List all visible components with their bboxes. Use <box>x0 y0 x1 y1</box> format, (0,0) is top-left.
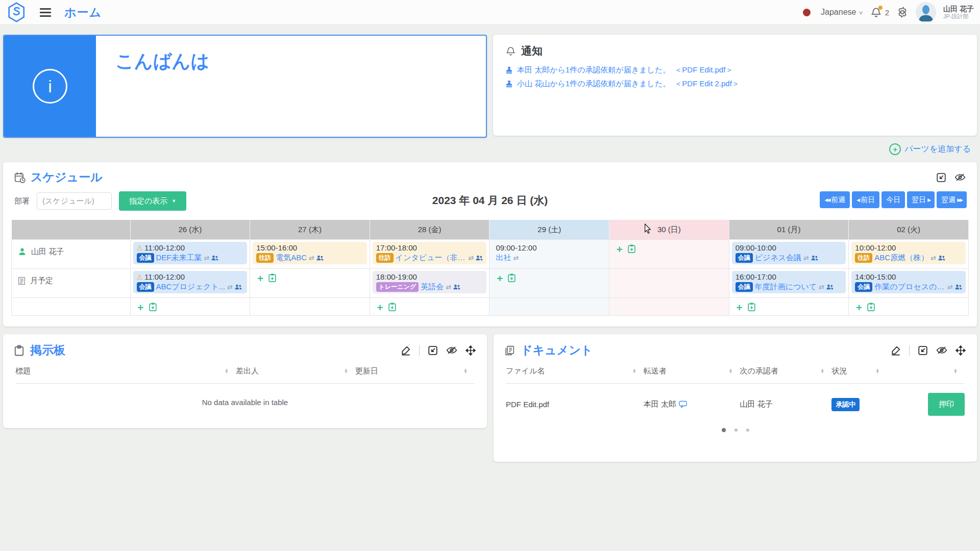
copy-event-button[interactable] <box>867 303 875 311</box>
documents-column-header[interactable]: ▲▼ <box>887 366 965 376</box>
add-event-button[interactable]: ＋ <box>615 244 624 254</box>
prev-week-button[interactable]: ◀◀前週 <box>820 191 850 208</box>
schedule-event[interactable]: 18:00-19:00 トレーニング英語会⇄ <box>373 271 487 293</box>
copy-event-button[interactable] <box>388 303 396 311</box>
bulletin-column-header[interactable]: 更新日▲▼ <box>355 366 475 376</box>
schedule-cell[interactable]: ＋ <box>609 240 729 269</box>
carousel-dot[interactable] <box>722 428 726 432</box>
notification-file-link[interactable]: ＜PDF Edit.pdf＞ <box>674 65 733 75</box>
schedule-event[interactable]: ⚠11:00-12:00 会議DEF未来工業⇄ <box>133 242 248 264</box>
hide-eye-slash-icon[interactable] <box>446 346 457 355</box>
bulletin-column-header[interactable]: 標題▲▼ <box>15 366 236 376</box>
sort-icon[interactable]: ▲▼ <box>632 369 636 374</box>
move-handle-icon[interactable] <box>955 345 966 356</box>
next-day-button[interactable]: 翌日▶ <box>907 191 935 208</box>
event-link[interactable]: 作業のプロセスの改... <box>874 282 945 292</box>
add-event-button[interactable]: ＋ <box>854 302 864 312</box>
comment-bubble-icon[interactable] <box>679 400 687 408</box>
notification-file-link[interactable]: ＜PDF Edit 2.pdf＞ <box>674 79 740 89</box>
schedule-event[interactable]: 14:00-15:00 会議作業のプロセスの改...⇄ <box>851 271 966 293</box>
export-icon[interactable] <box>428 345 438 356</box>
edit-pencil-icon[interactable] <box>891 345 901 356</box>
day-column-header[interactable]: 01 (月) <box>729 220 849 240</box>
hide-eye-slash-icon[interactable] <box>954 173 966 182</box>
sort-icon[interactable]: ▲▼ <box>820 369 824 374</box>
sort-icon[interactable]: ▲▼ <box>463 369 468 374</box>
copy-event-button[interactable] <box>149 303 157 311</box>
day-column-header[interactable]: 28 (金) <box>370 220 489 240</box>
event-link[interactable]: 英語会 <box>421 282 444 292</box>
notification-item[interactable]: 小山 花山から1件の承認依頼が届きました。＜PDF Edit 2.pdf＞ <box>505 77 965 91</box>
schedule-event[interactable]: 09:00-12:00 出社⇄ <box>492 242 606 264</box>
schedule-cell[interactable]: ＋ <box>729 298 849 316</box>
schedule-cell[interactable]: ＋ <box>489 269 609 298</box>
day-column-header[interactable]: 27 (木) <box>250 220 370 240</box>
schedule-cell[interactable] <box>609 269 729 298</box>
add-event-button[interactable]: ＋ <box>255 273 265 283</box>
add-event-button[interactable]: ＋ <box>375 302 385 312</box>
notification-item[interactable]: 本田 太郎から1件の承認依頼が届きました。＜PDF Edit.pdf＞ <box>505 63 965 77</box>
schedule-cell[interactable]: ＋ <box>130 298 250 316</box>
schedule-event[interactable]: 09:00-10:00 会議ビジネス会議⇄ <box>732 242 846 264</box>
schedule-event[interactable]: 10:00-12:00 往訪ABC原燃（株）⇄ <box>851 242 966 264</box>
event-link[interactable]: DEF未来工業 <box>156 253 202 263</box>
add-event-button[interactable]: ＋ <box>734 302 744 312</box>
copy-event-button[interactable] <box>748 303 755 311</box>
schedule-cell[interactable]: 17:00-18:00 往訪インタビュー（非公開）⇄ <box>370 240 489 269</box>
day-column-header[interactable]: 26 (水) <box>130 220 250 240</box>
schedule-cell[interactable] <box>250 298 370 316</box>
hide-eye-slash-icon[interactable] <box>936 346 947 355</box>
carousel-dot[interactable] <box>734 429 738 432</box>
export-icon[interactable] <box>918 345 928 356</box>
stamp-button[interactable]: 押印 <box>928 393 965 416</box>
event-link[interactable]: ABC原燃（株） <box>874 253 928 263</box>
schedule-cell[interactable]: ＋ <box>250 269 370 298</box>
schedule-cell[interactable] <box>609 298 729 316</box>
documents-column-header[interactable]: 状況▲▼ <box>831 366 887 376</box>
language-selector[interactable]: Japanese ∨ <box>821 8 863 17</box>
edit-pencil-icon[interactable] <box>401 345 411 356</box>
schedule-event[interactable]: 17:00-18:00 往訪インタビュー（非公開）⇄ <box>373 242 487 264</box>
day-column-header[interactable]: 02 (火) <box>849 220 969 240</box>
schedule-cell[interactable]: 14:00-15:00 会議作業のプロセスの改...⇄ <box>849 269 969 298</box>
schedule-event[interactable]: ⚠11:00-12:00 会議ABCプロジェクト...⇄ <box>133 271 248 293</box>
carousel-dot[interactable] <box>746 429 749 432</box>
schedule-cell[interactable]: ⚠11:00-12:00 会議ABCプロジェクト...⇄ <box>130 269 250 298</box>
schedule-event[interactable]: 15:00-16:00 往訪電気ABC⇄ <box>253 242 367 264</box>
event-link[interactable]: ABCプロジェクト... <box>156 282 225 292</box>
app-logo-icon[interactable] <box>7 2 27 22</box>
schedule-cell[interactable]: 10:00-12:00 往訪ABC原燃（株）⇄ <box>849 240 969 269</box>
schedule-cell[interactable]: 09:00-10:00 会議ビジネス会議⇄ <box>729 240 849 269</box>
schedule-cell[interactable]: ⚠11:00-12:00 会議DEF未来工業⇄ <box>130 240 250 269</box>
schedule-cell[interactable]: ＋ <box>370 298 489 316</box>
settings-button[interactable] <box>896 6 909 18</box>
sort-icon[interactable]: ▲▼ <box>225 369 229 374</box>
documents-column-header[interactable]: ファイル名▲▼ <box>506 366 644 376</box>
copy-event-button[interactable] <box>268 273 276 282</box>
add-event-button[interactable]: ＋ <box>495 273 504 283</box>
schedule-row-label[interactable]: 山田 花子 <box>31 247 64 257</box>
day-column-header[interactable]: 29 (土) <box>489 220 609 240</box>
schedule-cell[interactable]: 16:00-17:00 会議年度計画について⇄ <box>729 269 849 298</box>
next-week-button[interactable]: 翌週▶▶ <box>937 191 967 208</box>
schedule-cell[interactable]: 15:00-16:00 往訪電気ABC⇄ <box>250 240 370 269</box>
move-handle-icon[interactable] <box>465 345 476 356</box>
sort-icon[interactable]: ▲▼ <box>344 369 348 374</box>
sort-icon[interactable]: ▲▼ <box>875 369 879 374</box>
export-icon[interactable] <box>936 172 946 183</box>
schedule-cell[interactable] <box>489 298 609 316</box>
today-button[interactable]: 今日 <box>881 191 905 208</box>
menu-button[interactable] <box>40 8 51 17</box>
schedule-cell[interactable]: 09:00-12:00 出社⇄ <box>489 240 609 269</box>
add-parts-button[interactable]: + パーツを追加する <box>889 143 971 155</box>
sort-icon[interactable]: ▲▼ <box>953 369 958 374</box>
notifications-button[interactable] <box>870 7 882 18</box>
schedule-row-label[interactable]: 月予定 <box>30 276 53 286</box>
copy-event-button[interactable] <box>508 273 516 282</box>
document-file-name[interactable]: PDF Edit.pdf <box>506 400 644 409</box>
event-link[interactable]: インタビュー（非公開） <box>396 253 467 263</box>
event-link[interactable]: 電気ABC <box>276 253 307 263</box>
event-link[interactable]: 年度計画について <box>755 282 817 292</box>
schedule-cell[interactable]: 18:00-19:00 トレーニング英語会⇄ <box>370 269 489 298</box>
schedule-event[interactable]: 16:00-17:00 会議年度計画について⇄ <box>732 271 846 293</box>
